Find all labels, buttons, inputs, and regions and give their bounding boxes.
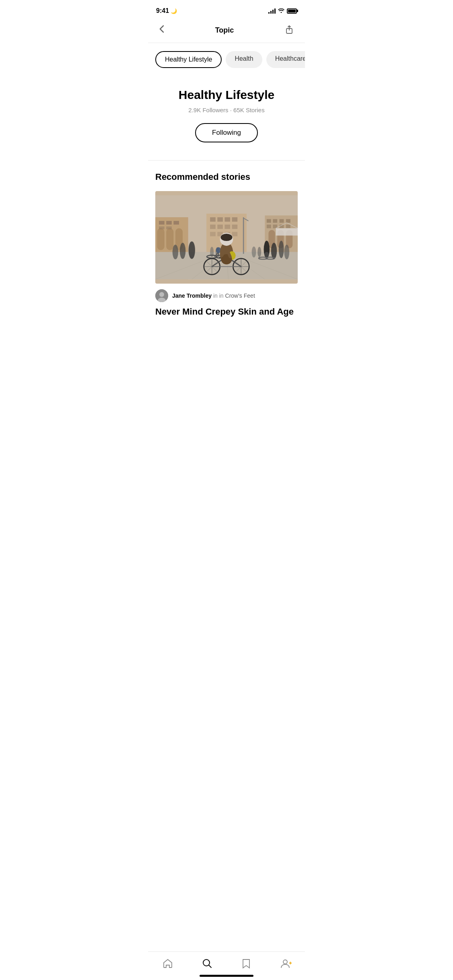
back-button[interactable] [156, 23, 167, 37]
topic-title: Healthy Lifestyle [156, 88, 297, 102]
story-author[interactable]: Jane Trombley in in Crow's Feet [155, 289, 298, 302]
topic-header: Healthy Lifestyle 2.9K Followers · 65K S… [148, 76, 305, 150]
wifi-icon [278, 8, 284, 14]
topic-chips-container: Healthy Lifestyle Health Healthcare [148, 43, 305, 76]
svg-point-92 [159, 292, 164, 297]
topic-stats: 2.9K Followers · 65K Stories [156, 107, 297, 113]
nav-bar: Topic [148, 19, 305, 43]
section-title: Recommended stories [155, 172, 298, 182]
svg-rect-90 [155, 196, 298, 280]
story-card[interactable]: Jane Trombley in in Crow's Feet Never Mi… [155, 191, 298, 318]
stat-separator: · [230, 107, 233, 113]
chip-health[interactable]: Health [226, 51, 262, 68]
story-image [155, 191, 298, 284]
chip-healthy-lifestyle[interactable]: Healthy Lifestyle [155, 51, 222, 68]
chip-healthcare[interactable]: Healthcare [266, 51, 305, 68]
battery-icon [287, 8, 297, 14]
stories-count: 65K Stories [233, 107, 265, 113]
moon-icon: 🌙 [171, 8, 177, 14]
recommended-section: Recommended stories [148, 161, 305, 318]
author-avatar [155, 289, 168, 302]
page-title: Topic [215, 26, 234, 35]
in-separator: in [219, 292, 225, 299]
status-icons [268, 8, 297, 14]
publication-name: Crow's Feet [225, 292, 255, 299]
status-bar: 9:41 🌙 [148, 0, 305, 19]
status-time: 9:41 [156, 7, 169, 14]
share-button[interactable] [282, 24, 297, 37]
following-button[interactable]: Following [195, 123, 258, 142]
signal-bars-icon [268, 8, 276, 14]
author-name: Jane Trombley [172, 292, 212, 299]
in-label: in [213, 292, 218, 299]
followers-count: 2.9K Followers [188, 107, 228, 113]
story-title[interactable]: Never Mind Crepey Skin and Age [155, 306, 298, 318]
author-info: Jane Trombley in in Crow's Feet [172, 292, 255, 299]
